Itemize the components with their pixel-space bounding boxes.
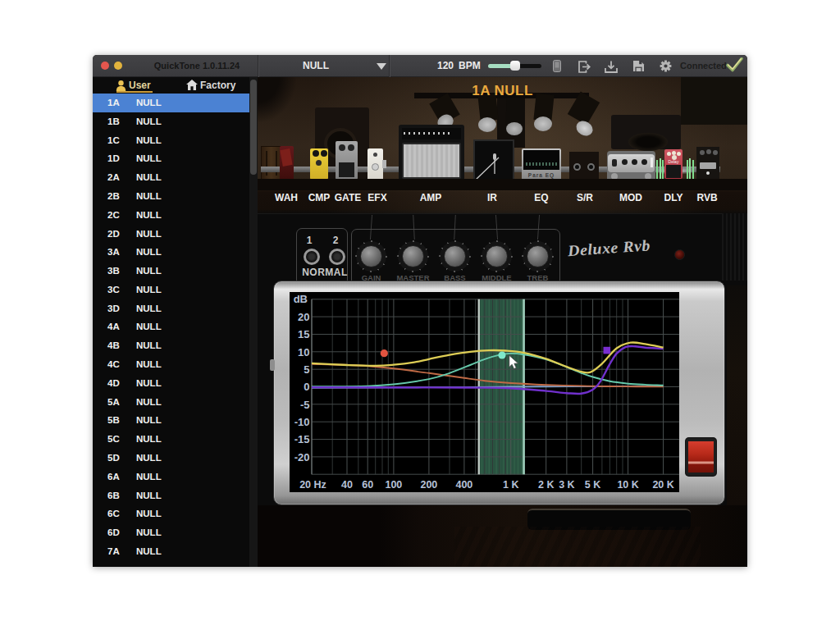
svg-text:10 K: 10 K — [617, 479, 638, 491]
svg-text:2 K: 2 K — [538, 479, 554, 491]
svg-text:-5: -5 — [300, 399, 310, 411]
svg-text:20 K: 20 K — [652, 479, 673, 491]
svg-text:3 K: 3 K — [559, 479, 574, 491]
svg-text:100: 100 — [385, 479, 402, 491]
svg-text:-15: -15 — [294, 433, 310, 445]
svg-text:400: 400 — [455, 479, 472, 491]
svg-text:0: 0 — [304, 381, 309, 393]
svg-text:40: 40 — [341, 479, 353, 491]
svg-text:dB: dB — [294, 293, 308, 305]
svg-text:5 K: 5 K — [585, 479, 600, 491]
svg-text:5: 5 — [304, 363, 309, 376]
svg-text:200: 200 — [420, 479, 437, 491]
svg-text:60: 60 — [362, 479, 373, 491]
svg-text:15: 15 — [298, 328, 309, 340]
svg-text:20: 20 — [298, 311, 309, 323]
svg-text:20 Hz: 20 Hz — [299, 479, 326, 491]
svg-text:-20: -20 — [294, 451, 310, 463]
svg-text:10: 10 — [298, 346, 309, 358]
svg-text:-10: -10 — [294, 416, 310, 428]
svg-text:1 K: 1 K — [503, 479, 518, 491]
